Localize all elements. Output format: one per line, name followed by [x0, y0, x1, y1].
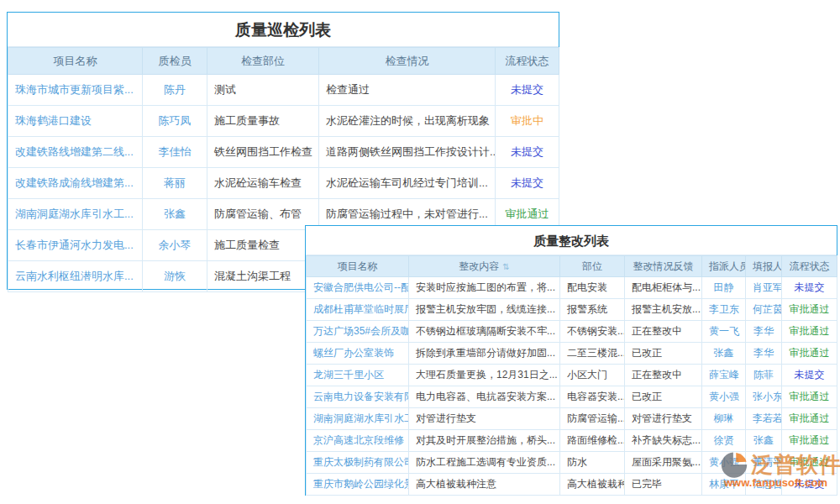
assignee-link[interactable]: 田静	[714, 281, 734, 293]
content-cell: 高大植被栽种注意	[409, 474, 560, 496]
reporter-link[interactable]: 张鑫	[753, 434, 774, 446]
status-badge: 未提交	[496, 137, 559, 168]
part-cell: 铁丝网围挡工作检查	[207, 137, 319, 168]
column-header-label: 质检员	[159, 55, 192, 67]
column-header-status: 流程状态	[782, 256, 837, 277]
assignee-link[interactable]: 黄小强	[709, 456, 739, 468]
assignee-link[interactable]: 黄一飞	[709, 325, 739, 337]
inspector-link[interactable]: 张鑫	[164, 207, 186, 220]
reporter-link[interactable]: 肖亚军	[753, 281, 782, 293]
part-cell: 防腐管运输...	[560, 408, 625, 430]
reporter-link[interactable]: 陈菲	[753, 369, 774, 381]
column-header-label: 检查部位	[241, 55, 285, 67]
inspector-cell: 余小琴	[143, 230, 207, 261]
project-cell: 成都杜甫草堂临时展厅独立展...	[307, 299, 409, 321]
inspector-link[interactable]: 李佳怡	[159, 145, 192, 158]
project-cell: 长春市伊通河水力发电...	[8, 230, 143, 261]
project-cell: 京沪高速北京段维修	[307, 430, 409, 452]
part-cell: 施工质量事故	[207, 106, 319, 137]
inspector-link[interactable]: 游恢	[164, 270, 186, 282]
reporter-cell: 李华	[746, 321, 782, 343]
project-link[interactable]: 京沪高速北京段维修	[313, 434, 404, 446]
reporter-link[interactable]: 李华	[753, 347, 774, 359]
part-cell: 不锈钢安装...	[560, 321, 625, 343]
situation-cell: 水泥砼运输车司机经过专门培训...	[319, 168, 496, 199]
column-header-status: 流程状态	[496, 48, 559, 75]
reporter-link[interactable]: 张小东	[753, 391, 782, 402]
column-header-label: 整改内容	[459, 260, 499, 272]
project-cell: 珠海鹤港口建设	[8, 106, 143, 137]
sort-icon[interactable]: ⇅	[502, 262, 509, 271]
feedback-cell: 正在整改中	[625, 365, 702, 386]
project-link[interactable]: 珠海鹤港口建设	[15, 114, 92, 127]
reporter-link[interactable]: 李若若	[753, 412, 782, 424]
project-link[interactable]: 云南水利枢纽潜明水库...	[15, 270, 134, 282]
column-header-label: 流程状态	[506, 55, 549, 67]
project-link[interactable]: 安徽合肥供电公司--配电设备...	[313, 281, 409, 293]
assignee-link[interactable]: 张鑫	[714, 347, 734, 359]
inspector-link[interactable]: 陈丹	[164, 83, 186, 96]
column-header-label: 项目名称	[338, 260, 378, 272]
project-link[interactable]: 改建铁路线增建第二线...	[15, 145, 134, 158]
project-link[interactable]: 成都杜甫草堂临时展厅独立展...	[313, 303, 409, 315]
assignee-link[interactable]: 柳琳	[714, 412, 734, 424]
rectification-list-title: 质量整改列表	[306, 226, 837, 255]
part-cell: 测试	[207, 75, 319, 106]
reporter-link[interactable]: 何芷茵	[753, 303, 782, 315]
column-header-project: 项目名称	[307, 256, 409, 277]
project-link[interactable]: 改建铁路成渝线增建第...	[15, 176, 134, 189]
feedback-cell: 对管进行垫支	[625, 408, 702, 430]
project-link[interactable]: 螺丝厂办公室装饰	[313, 347, 394, 359]
status-badge: 未提交	[496, 75, 559, 106]
column-header-label: 填报人	[753, 260, 782, 272]
project-link[interactable]: 龙湖三千里小区	[313, 369, 384, 381]
table-row: 京沪高速北京段维修对其及时开展整治措施，桥头...路面维修检...补齐缺失标志.…	[307, 430, 837, 452]
feedback-cell: 报警主机安放...	[625, 299, 702, 321]
status-badge: 未提交	[782, 365, 837, 386]
project-cell: 万达广场35#会所及咖啡厅空...	[307, 321, 409, 343]
content-cell: 大理石质量更换，12月31日之...	[409, 365, 560, 386]
status-badge: 审批通过	[782, 321, 837, 343]
part-cell: 高大植被栽种	[560, 474, 625, 496]
table-row: 万达广场35#会所及咖啡厅空...不锈钢边框玻璃隔断安装不牢...不锈钢安装..…	[307, 321, 837, 343]
reporter-cell: 张小东	[746, 386, 782, 408]
column-header-content[interactable]: 整改内容⇅	[409, 256, 560, 277]
assignee-link[interactable]: 李卫东	[709, 303, 739, 315]
assignee-cell: 田静	[702, 277, 746, 299]
status-badge: 审批通过	[782, 430, 837, 452]
reporter-cell: 李若若	[746, 408, 782, 430]
project-link[interactable]: 长春市伊通河水力发电...	[15, 239, 134, 251]
assignee-link[interactable]: 黄小强	[709, 391, 739, 402]
project-link[interactable]: 珠海市城市更新项目紫...	[15, 83, 134, 96]
project-cell: 龙湖三千里小区	[307, 365, 409, 386]
inspector-link[interactable]: 陈巧凤	[159, 114, 192, 127]
inspector-cell: 张鑫	[143, 199, 207, 230]
inspector-link[interactable]: 蒋丽	[164, 176, 186, 189]
table-row: 云南电力设备安装有限公司20...电力电容器、电抗器安装方案...电容器安装..…	[307, 386, 837, 408]
assignee-cell: 徐贤	[702, 430, 746, 452]
reporter-link[interactable]: 董清平	[753, 456, 782, 468]
part-cell: 防水	[560, 452, 625, 474]
column-header-label: 流程状态	[790, 260, 830, 272]
project-link[interactable]: 湖南洞庭湖水库引水工程施工I标	[313, 412, 409, 424]
status-badge: 未提交	[496, 168, 559, 199]
project-link[interactable]: 重庆市鹅岭公园绿化景观提升...	[313, 478, 409, 490]
project-link[interactable]: 湖南洞庭湖水库引水工...	[15, 207, 134, 220]
assignee-link[interactable]: 薛宝峰	[709, 369, 739, 381]
inspector-link[interactable]: 余小琴	[159, 239, 192, 251]
table-row: 湖南洞庭湖水库引水工程施工I标对管进行垫支防腐管运输...对管进行垫支柳琳李若若…	[307, 408, 837, 430]
project-cell: 螺丝厂办公室装饰	[307, 343, 409, 365]
header-row: 项目名称质检员检查部位检查情况流程状态	[8, 48, 559, 75]
reporter-cell: 何芷茵	[746, 299, 782, 321]
column-header-label: 整改情况反馈	[633, 260, 694, 272]
project-link[interactable]: 万达广场35#会所及咖啡厅空...	[313, 325, 409, 337]
project-link[interactable]: 重庆太极制药有限公司亳州中...	[313, 456, 409, 468]
part-cell: 水泥砼运输车检查	[207, 168, 319, 199]
inspector-cell: 蒋丽	[143, 168, 207, 199]
reporter-link[interactable]: 范思哲	[753, 478, 782, 490]
assignee-link[interactable]: 徐贤	[714, 434, 734, 446]
project-link[interactable]: 云南电力设备安装有限公司20...	[313, 391, 409, 402]
feedback-cell: 屋面采用聚氨...	[625, 452, 702, 474]
assignee-link[interactable]: 林康平	[709, 478, 739, 490]
reporter-link[interactable]: 李华	[753, 325, 774, 337]
